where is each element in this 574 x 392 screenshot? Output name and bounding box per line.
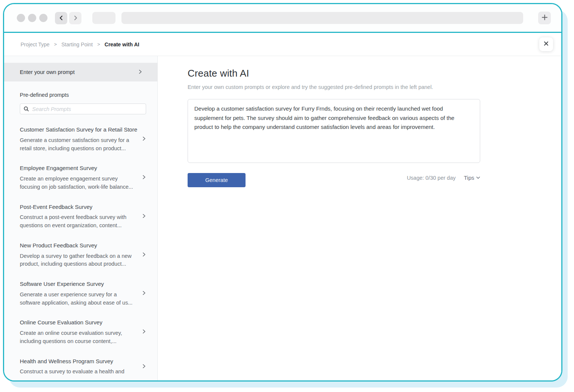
usage-tips-group: Usage: 0/30 per day Tips <box>407 175 480 181</box>
prompt-item-employee-engagement[interactable]: Employee Engagement Survey Create an emp… <box>20 164 146 191</box>
prompt-item-title: Software User Experience Survey <box>20 280 138 288</box>
main-panel: Create with AI Enter your own custom pro… <box>158 56 561 380</box>
breadcrumb-separator: > <box>97 41 100 47</box>
chevron-left-icon <box>59 15 64 21</box>
prompt-item-description: Generate a customer satisfaction survey … <box>20 136 138 153</box>
chevron-right-icon <box>142 213 146 220</box>
content-area: Enter your own prompt Pre-defined prompt… <box>4 56 561 380</box>
prompt-item-post-event-feedback[interactable]: Post-Event Feedback Survey Construct a p… <box>20 203 146 230</box>
prompt-item-title: Post-Event Feedback Survey <box>20 203 138 211</box>
address-bar[interactable] <box>121 12 523 24</box>
prompt-textarea[interactable]: Develop a customer satisfaction survey f… <box>188 99 480 163</box>
breadcrumb-create-with-ai: Create with AI <box>105 41 139 47</box>
prompt-item-text: New Product Feedback Survey Develop a su… <box>20 241 138 268</box>
chevron-right-icon <box>142 136 146 142</box>
generate-button[interactable]: Generate <box>188 173 246 187</box>
prompt-item-title: Health and Wellness Program Survey <box>20 357 138 365</box>
usage-counter: Usage: 0/30 per day <box>407 175 456 181</box>
own-prompt-label: Enter your own prompt <box>20 69 75 75</box>
prompt-item-text: Post-Event Feedback Survey Construct a p… <box>20 203 138 230</box>
prompt-item-description: Construct a post-event feedback survey w… <box>20 213 138 230</box>
window-dot-icon <box>28 14 36 22</box>
browser-chrome <box>4 4 561 33</box>
prompt-item-text: Employee Engagement Survey Create an emp… <box>20 164 138 191</box>
sidebar: Enter your own prompt Pre-defined prompt… <box>4 56 158 380</box>
action-row: Generate Usage: 0/30 per day Tips <box>188 173 480 187</box>
window-control-dots <box>17 14 47 22</box>
predefined-prompt-list: Customer Satisfaction Survey for a Retai… <box>20 126 146 380</box>
prompt-item-description: Develop a survey to gather feedback on a… <box>20 252 138 269</box>
prompt-item-text: Health and Wellness Program Survey Const… <box>20 357 138 376</box>
prompt-item-title: Online Course Evaluation Survey <box>20 318 138 327</box>
prompt-item-customer-satisfaction-retail[interactable]: Customer Satisfaction Survey for a Retai… <box>20 126 146 152</box>
chevron-right-icon <box>142 251 146 258</box>
search-prompts-input[interactable] <box>32 106 142 112</box>
window-dot-icon <box>17 14 25 22</box>
breadcrumb-separator: > <box>54 41 57 47</box>
plus-icon <box>541 14 548 22</box>
page-subtitle: Enter your own custom prompts or explore… <box>188 84 561 90</box>
breadcrumb: Project Type > Starting Point > Create w… <box>21 41 139 47</box>
prompt-item-text: Customer Satisfaction Survey for a Retai… <box>20 126 138 152</box>
prompt-item-title: Employee Engagement Survey <box>20 164 138 172</box>
prompt-item-description: Generate a user experience survey for a … <box>20 291 138 307</box>
toolbar-placeholder <box>92 12 115 24</box>
prompt-item-health-wellness-program[interactable]: Health and Wellness Program Survey Const… <box>20 357 146 376</box>
browser-forward-button[interactable] <box>69 12 81 24</box>
prompt-item-text: Software User Experience Survey Generate… <box>20 280 138 307</box>
prompt-item-description: Create an employee engagement survey foc… <box>20 175 138 191</box>
predefined-prompts-label: Pre-defined prompts <box>20 92 146 98</box>
chevron-right-icon <box>142 328 146 335</box>
tips-label: Tips <box>464 175 474 181</box>
search-prompts-box[interactable] <box>20 104 146 114</box>
chevron-right-icon <box>142 174 146 181</box>
prompt-item-online-course-evaluation[interactable]: Online Course Evaluation Survey Create a… <box>20 318 146 345</box>
tips-toggle[interactable]: Tips <box>464 175 480 181</box>
prompt-item-title: New Product Feedback Survey <box>20 241 138 250</box>
breadcrumb-project-type[interactable]: Project Type <box>21 41 50 47</box>
chevron-right-icon <box>73 15 78 21</box>
chevron-right-icon <box>138 69 142 75</box>
prompt-item-text: Online Course Evaluation Survey Create a… <box>20 318 138 345</box>
chevron-right-icon <box>142 363 146 370</box>
search-icon <box>24 106 29 112</box>
chevron-down-icon <box>476 176 480 180</box>
prompt-item-description: Construct a survey to evaluate a health … <box>20 368 138 376</box>
chevron-right-icon <box>142 290 146 297</box>
prompt-item-software-user-experience[interactable]: Software User Experience Survey Generate… <box>20 280 146 307</box>
new-tab-button[interactable] <box>538 12 551 24</box>
page-title: Create with AI <box>188 68 561 79</box>
prompt-item-new-product-feedback[interactable]: New Product Feedback Survey Develop a su… <box>20 241 146 268</box>
window-dot-icon <box>39 14 47 22</box>
close-icon <box>543 41 549 48</box>
browser-back-button[interactable] <box>55 12 67 24</box>
close-button[interactable] <box>539 37 553 51</box>
prompt-item-title: Customer Satisfaction Survey for a Retai… <box>20 126 138 134</box>
sidebar-item-enter-own-prompt[interactable]: Enter your own prompt <box>4 63 157 81</box>
app-window: Project Type > Starting Point > Create w… <box>3 3 562 382</box>
breadcrumb-starting-point[interactable]: Starting Point <box>61 41 93 47</box>
breadcrumb-bar: Project Type > Starting Point > Create w… <box>4 33 561 56</box>
prompt-item-description: Create an online course evaluation surve… <box>20 329 138 346</box>
